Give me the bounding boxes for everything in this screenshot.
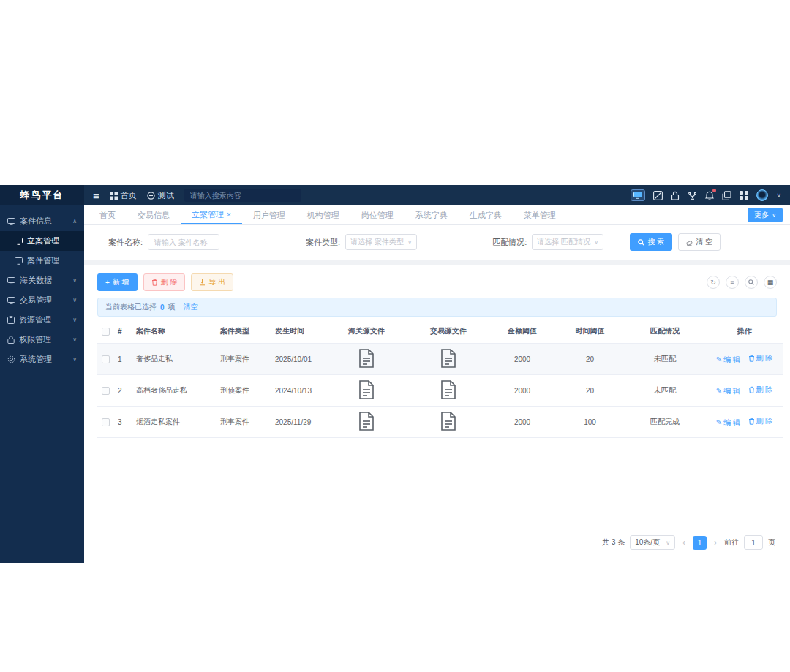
clear-button[interactable]: 清 空 — [678, 233, 721, 251]
sidebar-group-case-info[interactable]: 案件信息 ∧ — [0, 211, 84, 231]
header-time-threshold: 时间阈值 — [555, 320, 625, 344]
case-name-input[interactable] — [148, 234, 219, 250]
cell-date: 2024/10/13 — [271, 375, 326, 407]
monitor-icon — [15, 238, 23, 245]
cell-time-threshold: 20 — [555, 375, 625, 407]
sidebar-group-customs-data[interactable]: 海关数据 ∨ — [0, 271, 84, 290]
tab-menu-manage[interactable]: 菜单管理 — [513, 205, 567, 224]
global-search[interactable] — [184, 189, 301, 202]
prev-page-button[interactable]: ‹ — [680, 537, 688, 548]
customs-file-icon[interactable] — [358, 380, 375, 399]
copy-documents-icon[interactable] — [722, 191, 731, 200]
tab-gen-dict[interactable]: 生成字典 — [459, 205, 513, 224]
trade-file-icon[interactable] — [440, 349, 456, 368]
close-icon[interactable]: × — [227, 211, 231, 219]
delete-button[interactable]: 删 除 — [143, 273, 186, 291]
sidebar-group-label: 海关数据 — [20, 275, 52, 286]
tab-post-manage[interactable]: 岗位管理 — [350, 205, 405, 224]
chevron-down-icon: ∨ — [407, 239, 412, 246]
top-menu-test[interactable]: 测试 — [147, 190, 174, 201]
chevron-down-icon: ∨ — [72, 356, 77, 363]
refresh-icon[interactable]: ↻ — [707, 276, 720, 289]
language-icon[interactable] — [653, 191, 663, 200]
row-checkbox[interactable] — [102, 355, 110, 363]
pencil-icon: ✎ — [716, 355, 722, 363]
export-button[interactable]: 导 出 — [191, 273, 233, 291]
screen-capture-icon[interactable] — [631, 189, 645, 201]
global-search-input[interactable] — [190, 192, 296, 200]
tab-trade-info[interactable]: 交易信息 — [127, 205, 181, 224]
notification-bell-icon[interactable] — [705, 191, 714, 200]
tab-org-manage[interactable]: 机构管理 — [296, 205, 350, 224]
tabbar: 首页 交易信息 立案管理 × 用户管理 机构管理 岗位管理 系统字典 生成字典 … — [84, 205, 790, 225]
pagination-total: 共 3 条 — [602, 537, 625, 548]
customs-file-icon[interactable] — [358, 349, 375, 368]
chevron-down-icon: ∨ — [666, 540, 670, 546]
row-delete-link[interactable]: 删 除 — [748, 385, 773, 395]
match-status-select[interactable]: 请选择 匹配情况 ∨ — [532, 234, 603, 250]
export-button-label: 导 出 — [208, 277, 225, 287]
edit-label: 编 辑 — [723, 355, 740, 365]
goto-page-input[interactable] — [744, 535, 763, 550]
main-area: 首页 交易信息 立案管理 × 用户管理 机构管理 岗位管理 系统字典 生成字典 … — [84, 205, 790, 563]
lock-icon[interactable] — [671, 191, 680, 200]
sidebar-group-trade-manage[interactable]: 交易管理 ∨ — [0, 290, 84, 310]
table-setting-icons: ↻ ≡ ▦ — [707, 276, 777, 289]
page-size-select[interactable]: 10条/页 ∨ — [630, 535, 675, 550]
trade-file-icon[interactable] — [440, 380, 456, 399]
row-checkbox[interactable] — [102, 387, 110, 395]
sidebar-item-case-manage[interactable]: 案件管理 — [0, 251, 84, 271]
header-date: 发生时间 — [271, 320, 326, 344]
sidebar-item-case-filing[interactable]: 立案管理 — [0, 231, 84, 251]
case-type-select[interactable]: 请选择 案件类型 ∨ — [345, 234, 417, 250]
clipboard-icon — [7, 316, 15, 324]
zoom-icon[interactable] — [745, 276, 758, 289]
top-menu-test-label: 测试 — [158, 190, 174, 201]
tabs-more-button[interactable]: 更多 ∨ — [748, 208, 783, 222]
case-type-label: 案件类型: — [306, 237, 340, 248]
row-edit-link[interactable]: ✎编 辑 — [716, 386, 740, 396]
cell-case-type: 刑侦案件 — [216, 375, 271, 407]
row-edit-link[interactable]: ✎编 辑 — [716, 355, 740, 365]
sidebar-group-permission-manage[interactable]: 权限管理 ∨ — [0, 330, 84, 350]
row-delete-link[interactable]: 删 除 — [748, 353, 773, 363]
select-all-checkbox[interactable] — [102, 328, 110, 336]
column-settings-icon[interactable]: ▦ — [764, 276, 777, 289]
user-menu-chevron-down-icon[interactable]: ∨ — [776, 192, 781, 199]
tab-system-dict[interactable]: 系统字典 — [405, 205, 459, 224]
search-button-label: 搜 索 — [647, 237, 664, 247]
sidebar: 案件信息 ∧ 立案管理 案件管理 海关数据 ∨ — [0, 205, 84, 563]
density-icon[interactable]: ≡ — [726, 276, 739, 289]
page-number-button[interactable]: 1 — [693, 536, 707, 550]
sidebar-group-resource-manage[interactable]: 资源管理 ∨ — [0, 310, 84, 330]
tab-user-manage[interactable]: 用户管理 — [242, 205, 296, 224]
cell-amount-threshold: 2000 — [489, 407, 555, 438]
row-checkbox[interactable] — [102, 418, 110, 426]
row-edit-link[interactable]: ✎编 辑 — [716, 418, 740, 428]
selection-info-bar: 当前表格已选择 0 项 清空 — [97, 298, 777, 317]
edit-label: 编 辑 — [723, 418, 740, 428]
fullscreen-grid-icon[interactable] — [740, 191, 748, 200]
search-button[interactable]: 搜 索 — [630, 233, 672, 251]
cell-index: 1 — [113, 344, 132, 375]
add-button[interactable]: + 新 增 — [97, 273, 138, 291]
trophy-icon[interactable] — [688, 191, 697, 200]
customs-file-icon[interactable] — [358, 412, 375, 431]
sidebar-item-label: 案件管理 — [27, 255, 59, 266]
delete-button-label: 删 除 — [161, 277, 178, 287]
tab-home[interactable]: 首页 — [89, 205, 127, 224]
cell-case-name: 奢侈品走私 — [132, 344, 216, 375]
next-page-button[interactable]: › — [712, 537, 719, 548]
delete-label: 删 除 — [756, 353, 773, 363]
user-avatar[interactable] — [756, 189, 768, 201]
tab-case-filing[interactable]: 立案管理 × — [181, 205, 242, 224]
top-menu-home[interactable]: 首页 — [110, 190, 137, 201]
hamburger-menu-icon[interactable]: ≡ — [93, 190, 99, 201]
selection-clear-link[interactable]: 清空 — [184, 302, 198, 312]
row-delete-link[interactable]: 删 除 — [748, 416, 773, 426]
trade-file-icon[interactable] — [440, 412, 456, 431]
eraser-icon — [686, 239, 693, 246]
header-match-status: 匹配情况 — [625, 320, 705, 344]
filter-match-status: 匹配情况: 请选择 匹配情况 ∨ — [492, 234, 603, 250]
sidebar-group-system-manage[interactable]: 系统管理 ∨ — [0, 350, 84, 369]
